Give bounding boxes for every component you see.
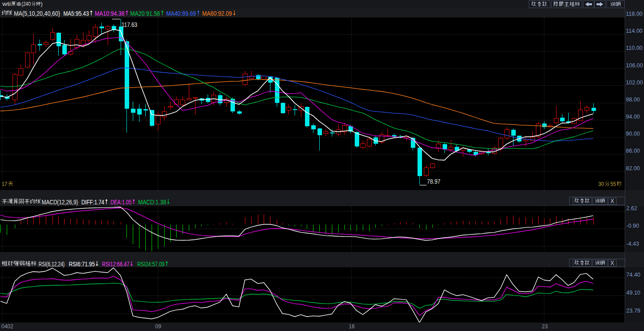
svg-text:17: 17 [2, 181, 7, 187]
svg-text:DEA:1.05: DEA:1.05 [110, 198, 131, 206]
svg-text:98.00: 98.00 [626, 97, 640, 103]
svg-text:MA10:94.38: MA10:94.38 [95, 9, 124, 17]
svg-text:): ) [41, 1, 43, 7]
svg-text:-0.90: -0.90 [627, 223, 640, 229]
svg-text:16: 16 [349, 323, 355, 330]
svg-text:-4.43: -4.43 [627, 241, 640, 247]
svg-text:23: 23 [542, 323, 548, 330]
svg-text:78.97: 78.97 [427, 178, 440, 185]
svg-text:118.00: 118.00 [626, 11, 643, 17]
svg-text:MACD(12,26,9): MACD(12,26,9) [42, 198, 78, 206]
svg-text:2.62: 2.62 [627, 205, 637, 212]
svg-text:23.79: 23.79 [627, 308, 640, 314]
svg-text:MA60:92.09: MA60:92.09 [202, 9, 232, 17]
svg-text:X: X [610, 198, 614, 204]
svg-text:90.00: 90.00 [626, 131, 640, 137]
svg-text:X: X [610, 260, 614, 266]
svg-text:114.00: 114.00 [626, 28, 643, 34]
svg-text:30: 30 [598, 181, 604, 187]
svg-text:09: 09 [155, 323, 161, 330]
svg-text:RSI(6,12,24): RSI(6,12,24) [39, 260, 65, 268]
svg-text:DIFF:1.74: DIFF:1.74 [82, 198, 104, 206]
svg-text:MA40:89.69: MA40:89.69 [166, 9, 196, 17]
svg-text:(240: (240 [22, 1, 31, 7]
svg-text:MACD:1.38: MACD:1.38 [138, 198, 166, 206]
svg-text:49.10: 49.10 [627, 290, 640, 296]
svg-text:MA(5,10,20,40,60): MA(5,10,20,40,60) [14, 9, 60, 17]
svg-text:0402: 0402 [1, 323, 13, 330]
svg-text:wti: wti [2, 1, 11, 7]
svg-text:55: 55 [610, 181, 616, 187]
svg-text:117.63: 117.63 [122, 21, 137, 28]
svg-text:110.00: 110.00 [626, 45, 643, 51]
svg-text:MA5:95.43: MA5:95.43 [63, 9, 89, 17]
svg-text:RSI6:71.95: RSI6:71.95 [69, 260, 95, 268]
svg-text:82.00: 82.00 [626, 165, 640, 172]
svg-text:MA20:91.58: MA20:91.58 [130, 9, 160, 17]
svg-text:86.00: 86.00 [626, 148, 640, 154]
svg-text:106.00: 106.00 [626, 62, 643, 69]
svg-text:94.00: 94.00 [626, 114, 640, 120]
svg-text:RSI24:57.09: RSI24:57.09 [137, 260, 165, 268]
svg-text:RSI12:66.47: RSI12:66.47 [102, 260, 130, 268]
svg-text:102.00: 102.00 [626, 79, 643, 86]
svg-text:74.40: 74.40 [627, 272, 640, 278]
